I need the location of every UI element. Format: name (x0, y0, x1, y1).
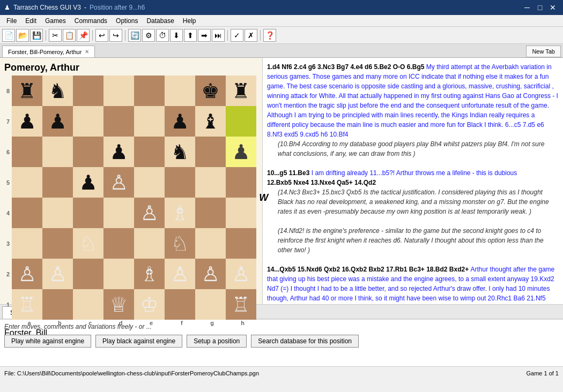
toolbar-new[interactable]: 📄 (2, 29, 15, 42)
menu-help[interactable]: Help (179, 16, 201, 26)
cell-h1[interactable]: ♖ (226, 289, 256, 320)
cell-b4[interactable] (42, 198, 73, 228)
cell-c7[interactable] (73, 106, 103, 137)
cell-f4[interactable]: ♗ (165, 198, 195, 228)
tab-close-icon[interactable]: ✕ (85, 49, 89, 55)
toolbar-engine[interactable]: ⚙ (142, 29, 155, 42)
cell-b1[interactable] (42, 289, 73, 320)
game-text-panel[interactable]: 1.d4 Nf6 2.c4 g6 3.Nc3 Bg7 4.e4 d6 5.Be2… (263, 58, 563, 304)
cell-d8[interactable] (103, 76, 134, 106)
cell-e3[interactable] (134, 228, 165, 259)
cell-g2[interactable]: ♙ (195, 259, 226, 289)
cell-e8[interactable] (134, 76, 165, 106)
cell-g8[interactable]: ♚ (195, 76, 226, 106)
search-database-button[interactable]: Search database for this position (251, 335, 359, 348)
cell-a2[interactable]: ♙ (12, 259, 42, 289)
toolbar-next[interactable]: ➡ (198, 29, 211, 42)
cell-a7[interactable]: ♟ (12, 106, 42, 137)
toolbar-clock[interactable]: ⏱ (156, 29, 169, 42)
minimize-button[interactable]: ─ (521, 2, 533, 13)
cell-h6[interactable]: ♟ (226, 137, 256, 167)
cell-d7[interactable] (103, 106, 134, 137)
menu-edit[interactable]: Edit (21, 16, 41, 26)
cell-f1[interactable] (165, 289, 195, 320)
toolbar-check2[interactable]: ✗ (245, 29, 257, 42)
cell-a5[interactable] (12, 167, 42, 198)
menu-file[interactable]: File (2, 16, 21, 26)
cell-f5[interactable] (165, 167, 195, 198)
menu-commands[interactable]: Commands (70, 16, 112, 26)
cell-e1[interactable]: ♔ (134, 289, 165, 320)
cell-c3[interactable]: ♘ (73, 228, 103, 259)
cell-a6[interactable] (12, 137, 42, 167)
cell-e2[interactable]: ♗ (134, 259, 165, 289)
game-tab[interactable]: Forster, Bill-Pomeroy, Arthur ✕ (2, 46, 95, 57)
cell-b5[interactable] (42, 167, 73, 198)
play-white-button[interactable]: Play white against engine (4, 335, 91, 348)
toolbar-open[interactable]: 📂 (16, 29, 29, 42)
cell-f3[interactable]: ♘ (165, 228, 195, 259)
cell-a8[interactable]: ♜ (12, 76, 42, 106)
cell-f2[interactable]: ♙ (165, 259, 195, 289)
cell-d5[interactable]: ♙ (103, 167, 134, 198)
toolbar-save[interactable]: 💾 (30, 29, 43, 42)
toolbar-copy[interactable]: 📋 (63, 29, 76, 42)
menu-games[interactable]: Games (41, 16, 70, 26)
toolbar-cut[interactable]: ✂ (49, 29, 62, 42)
cell-d2[interactable] (103, 259, 134, 289)
cell-g5[interactable] (195, 167, 226, 198)
cell-b7[interactable]: ♟ (42, 106, 73, 137)
cell-d6[interactable]: ♟ (103, 137, 134, 167)
new-tab-button[interactable]: New Tab (526, 46, 561, 57)
toolbar-check1[interactable]: ✓ (231, 29, 243, 42)
cell-h3[interactable] (226, 228, 256, 259)
close-button[interactable]: ✕ (547, 2, 559, 13)
menu-database[interactable]: Database (142, 16, 178, 26)
cell-g1[interactable] (195, 289, 226, 320)
cell-c2[interactable] (73, 259, 103, 289)
cell-c5[interactable]: ♟ (73, 167, 103, 198)
toolbar-help[interactable]: ❓ (263, 29, 276, 42)
cell-a1[interactable]: ♖ (12, 289, 42, 320)
cell-c1[interactable] (73, 289, 103, 320)
cell-b8[interactable]: ♞ (42, 76, 73, 106)
toolbar-paste[interactable]: 📌 (77, 29, 90, 42)
cell-g6[interactable] (195, 137, 226, 167)
cell-f6[interactable]: ♞ (165, 137, 195, 167)
cell-h5[interactable] (226, 167, 256, 198)
cell-h8[interactable]: ♜ (226, 76, 256, 106)
cell-f8[interactable] (165, 76, 195, 106)
cell-c6[interactable] (73, 137, 103, 167)
cell-a3[interactable] (12, 228, 42, 259)
cell-b6[interactable] (42, 137, 73, 167)
toolbar-refresh[interactable]: 🔄 (128, 29, 141, 42)
cell-c4[interactable] (73, 198, 103, 228)
cell-h7[interactable] (226, 106, 256, 137)
cell-g3[interactable] (195, 228, 226, 259)
cell-a4[interactable] (12, 198, 42, 228)
cell-d1[interactable]: ♕ (103, 289, 134, 320)
cell-g4[interactable] (195, 198, 226, 228)
cell-e7[interactable] (134, 106, 165, 137)
toolbar-down[interactable]: ⬇ (170, 29, 183, 42)
toolbar-undo[interactable]: ↩ (95, 29, 108, 42)
toolbar-last[interactable]: ⏭ (212, 29, 225, 42)
cell-b2[interactable]: ♙ (42, 259, 73, 289)
cell-f7[interactable]: ♟ (165, 106, 195, 137)
cell-b3[interactable] (42, 228, 73, 259)
cell-h2[interactable]: ♙ (226, 259, 256, 289)
maximize-button[interactable]: □ (534, 2, 546, 13)
toolbar-redo[interactable]: ↪ (109, 29, 122, 42)
cell-d3[interactable] (103, 228, 134, 259)
cell-e4[interactable]: ♙ (134, 198, 165, 228)
setup-position-button[interactable]: Setup a position (187, 335, 247, 348)
cell-d4[interactable] (103, 198, 134, 228)
chess-board[interactable]: ♜ ♞ ♚ ♜ ♟ ♟ ♟ ♝ (12, 76, 256, 320)
cell-e5[interactable] (134, 167, 165, 198)
play-black-button[interactable]: Play black against engine (95, 335, 182, 348)
cell-c8[interactable] (73, 76, 103, 106)
cell-g7[interactable]: ♝ (195, 106, 226, 137)
cell-e6[interactable] (134, 137, 165, 167)
toolbar-prev[interactable]: ⬆ (184, 29, 197, 42)
cell-h4[interactable] (226, 198, 256, 228)
